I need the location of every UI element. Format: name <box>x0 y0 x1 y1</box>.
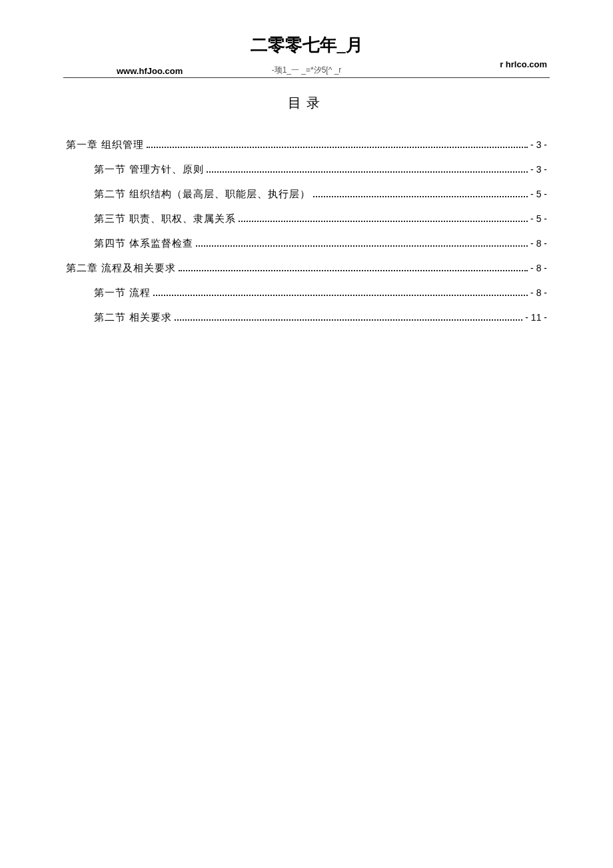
toc-label: 第二节 相关要求 <box>94 311 172 324</box>
toc-label: 第二节 组织结构（最高层、职能层、执行层） <box>94 188 310 201</box>
toc-leader-dots <box>153 295 528 296</box>
toc-page-number: - 5 - <box>530 189 547 199</box>
toc-label: 第一章 组织管理 <box>66 139 144 151</box>
toc-label: 第四节 体系监督检查 <box>94 237 193 250</box>
toc-leader-dots <box>196 245 528 247</box>
document-page: 二零零七年_月 www.hfJoo.com -顼1_一 _=*汐5[^ _r r… <box>0 0 613 369</box>
toc-entry: 第二章 流程及相关要求 - 8 - <box>66 262 547 275</box>
toc-label: 第三节 职责、职权、隶属关系 <box>94 213 236 225</box>
header-center-text: -顼1_一 _=*汐5[^ _r <box>272 65 342 76</box>
toc-entry: 第一节 流程 - 8 - <box>66 287 547 299</box>
toc-page-number: - 3 - <box>530 139 547 150</box>
toc-leader-dots <box>239 221 528 222</box>
table-of-contents: 第一章 组织管理 - 3 - 第一节 管理方针、原则 - 3 - 第二节 组织结… <box>63 139 550 324</box>
toc-label: 第一节 管理方针、原则 <box>94 163 204 176</box>
toc-title: 目录 <box>63 94 550 112</box>
toc-page-number: - 11 - <box>525 312 547 323</box>
toc-page-number: - 8 - <box>530 263 547 273</box>
page-title: 二零零七年_月 <box>63 33 550 57</box>
toc-leader-dots <box>179 270 528 271</box>
toc-entry: 第一节 管理方针、原则 - 3 - <box>66 163 547 176</box>
toc-page-number: - 3 - <box>530 164 547 175</box>
toc-page-number: - 5 - <box>530 213 547 224</box>
toc-label: 第二章 流程及相关要求 <box>66 262 176 275</box>
toc-leader-dots <box>313 196 528 197</box>
header-right-url: r hrlco.com <box>500 59 550 76</box>
header-left-url: www.hfJoo.com <box>63 66 183 76</box>
toc-leader-dots <box>207 171 528 173</box>
toc-entry: 第一章 组织管理 - 3 - <box>66 139 547 151</box>
header-row: www.hfJoo.com -顼1_一 _=*汐5[^ _r r hrlco.c… <box>63 59 550 78</box>
toc-leader-dots <box>175 319 523 321</box>
toc-page-number: - 8 - <box>530 287 547 298</box>
toc-entry: 第二节 相关要求 - 11 - <box>66 311 547 324</box>
toc-leader-dots <box>147 147 528 148</box>
toc-entry: 第二节 组织结构（最高层、职能层、执行层） - 5 - <box>66 188 547 201</box>
toc-page-number: - 8 - <box>530 238 547 249</box>
toc-entry: 第三节 职责、职权、隶属关系 - 5 - <box>66 213 547 225</box>
toc-entry: 第四节 体系监督检查 - 8 - <box>66 237 547 250</box>
toc-label: 第一节 流程 <box>94 287 151 299</box>
